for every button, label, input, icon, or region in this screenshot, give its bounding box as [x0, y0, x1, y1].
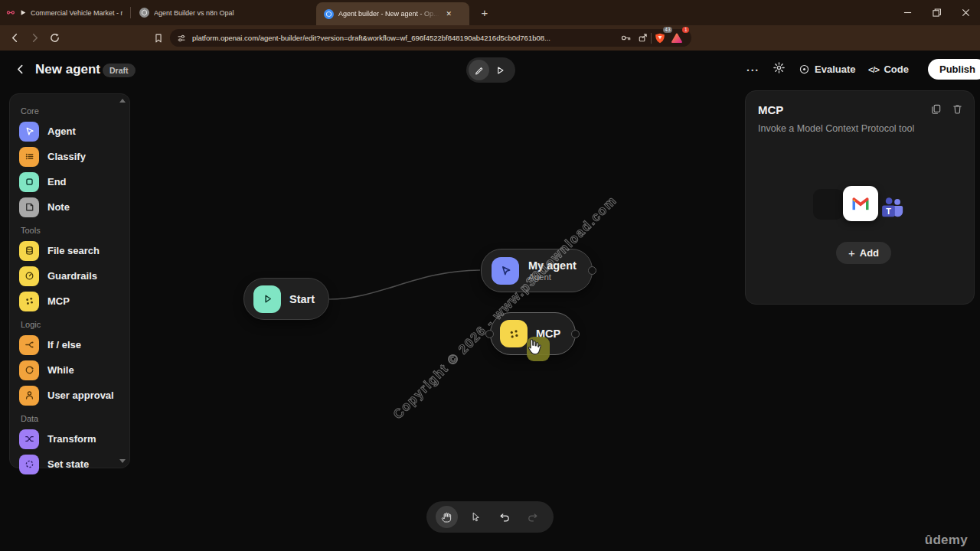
sidebar-section-label: Logic: [21, 320, 120, 329]
share-icon[interactable]: [634, 30, 651, 47]
node-palette-sidebar: Core Agent Classify End Note Tools File …: [9, 93, 130, 468]
scroll-down-indicator[interactable]: [119, 459, 126, 463]
sidebar-item-label: MCP: [47, 295, 70, 307]
browser-tab-active[interactable]: Agent builder - New agent - Op... ✕: [316, 2, 469, 25]
node-my-agent[interactable]: My agent Agent: [481, 249, 593, 292]
sidebar-item-label: Transform: [47, 433, 96, 445]
agent-cursor-icon: [19, 122, 39, 142]
select-pointer-icon[interactable]: [465, 506, 487, 528]
sidebar-item-label: Classify: [47, 151, 86, 162]
svg-text:T: T: [886, 207, 891, 216]
tab-audio-playing-icon: [20, 9, 26, 16]
browser-tab-1[interactable]: Commercial Vehicle Market - n8n: [6, 0, 122, 25]
url-bar[interactable]: platform.openai.com/agent-builder/edit?v…: [170, 29, 691, 47]
preview-play-icon[interactable]: [489, 60, 510, 80]
node-title: Start: [289, 293, 315, 305]
mcp-inspector-panel: MCP Invoke a Model Context Protocol tool…: [745, 90, 975, 305]
teams-icon[interactable]: T: [878, 194, 906, 224]
duplicate-icon[interactable]: [930, 103, 942, 118]
user-check-icon: [19, 386, 39, 406]
sidebar-item-guardrails[interactable]: Guardrails: [19, 263, 120, 289]
shuffle-icon: [19, 429, 39, 449]
reload-button[interactable]: [44, 28, 64, 48]
mode-toolbar: [466, 57, 515, 83]
settings-gear-icon[interactable]: [773, 61, 786, 77]
node-title: My agent: [528, 259, 577, 272]
sidebar-item-label: If / else: [47, 339, 81, 350]
evaluate-label: Evaluate: [815, 64, 855, 75]
site-settings-icon[interactable]: [176, 33, 187, 44]
add-connector-button[interactable]: + Add: [836, 242, 891, 264]
panel-description: Invoke a Model Context Protocol tool: [758, 123, 962, 134]
scroll-up-indicator[interactable]: [119, 99, 126, 103]
sidebar-item-label: Set state: [47, 458, 89, 470]
publish-button[interactable]: Publish: [928, 59, 980, 80]
loop-icon: [19, 360, 39, 380]
window-restore-button[interactable]: [922, 0, 951, 25]
hand-pointer-cursor: [524, 337, 544, 360]
agent-cursor-icon: [492, 257, 519, 285]
port-mcp-right[interactable]: [571, 330, 580, 338]
tab-title: Agent Builder vs n8n Opal: [154, 9, 234, 17]
sidebar-item-user-approval[interactable]: User approval: [19, 383, 120, 408]
evaluate-button[interactable]: Evaluate: [799, 64, 855, 75]
sidebar-item-end[interactable]: End: [19, 169, 120, 194]
evaluate-icon: [799, 64, 810, 75]
undo-icon[interactable]: [493, 506, 515, 528]
sidebar-item-set-state[interactable]: Set state: [19, 452, 120, 477]
tab-close-icon[interactable]: ✕: [444, 8, 455, 19]
sidebar-section-label: Tools: [21, 226, 120, 235]
port-agent-right[interactable]: [588, 266, 596, 275]
app-back-button[interactable]: [14, 63, 27, 79]
sidebar-item-classify[interactable]: Classify: [19, 144, 120, 169]
sidebar-section-label: Core: [21, 106, 120, 116]
sidebar-item-label: User approval: [47, 390, 114, 401]
tab-title: Agent builder - New agent - Op...: [338, 10, 439, 18]
gmail-icon[interactable]: [843, 186, 878, 221]
sidebar-item-mcp[interactable]: MCP: [19, 289, 120, 314]
adblocker-count-badge: 1: [682, 27, 689, 34]
password-key-icon[interactable]: [617, 30, 634, 47]
node-subtitle: Agent: [528, 272, 577, 282]
tab-divider: [130, 7, 131, 18]
note-icon: [19, 197, 39, 217]
url-text[interactable]: platform.openai.com/agent-builder/edit?v…: [192, 34, 617, 42]
brave-shields-icon[interactable]: 43: [652, 30, 668, 47]
window-close-button[interactable]: [951, 0, 980, 25]
sidebar-item-note[interactable]: Note: [19, 194, 120, 220]
port-mcp-left[interactable]: [485, 330, 494, 338]
browser-tab-2[interactable]: Agent Builder vs n8n Opal: [139, 0, 292, 25]
sidebar-item-file-search[interactable]: File search: [19, 238, 120, 263]
bookmark-icon[interactable]: [149, 28, 168, 48]
code-button[interactable]: </> Code: [868, 64, 909, 75]
pan-hand-icon[interactable]: [436, 506, 458, 528]
forward-button[interactable]: [24, 28, 44, 48]
n8n-favicon-icon: [6, 8, 15, 18]
back-button[interactable]: [5, 28, 24, 48]
adblocker-icon[interactable]: 1: [668, 30, 685, 47]
redo-icon[interactable]: [522, 506, 544, 528]
node-start[interactable]: Start: [243, 278, 329, 320]
code-icon: </>: [868, 65, 879, 74]
sidebar-item-transform[interactable]: Transform: [19, 426, 120, 452]
mcp-dots-icon: [19, 292, 39, 311]
tab-title: Commercial Vehicle Market - n8n: [31, 9, 122, 17]
window-controls: [893, 0, 980, 25]
sidebar-item-while[interactable]: While: [19, 357, 120, 383]
udemy-logo: ûdemy: [925, 533, 968, 548]
page-title: New agent: [35, 62, 100, 77]
browser-tabstrip: Commercial Vehicle Market - n8n Agent Bu…: [0, 0, 980, 25]
more-options-button[interactable]: ···: [746, 64, 760, 77]
sidebar-item-label: While: [47, 364, 74, 376]
window-minimize-button[interactable]: [893, 0, 922, 25]
sidebar-item-label: File search: [47, 245, 100, 256]
sidebar-item-if-else[interactable]: If / else: [19, 332, 120, 357]
gauge-icon: [19, 266, 39, 286]
edit-pencil-icon[interactable]: [469, 60, 489, 80]
screen: Commercial Vehicle Market - n8n Agent Bu…: [0, 0, 980, 551]
delete-trash-icon[interactable]: [952, 103, 963, 118]
sidebar-item-agent[interactable]: Agent: [19, 119, 120, 144]
end-square-icon: [19, 172, 39, 192]
new-tab-button[interactable]: +: [476, 4, 493, 21]
watermark-text: Copyright © 2026 - www.p30download.com: [390, 193, 620, 422]
